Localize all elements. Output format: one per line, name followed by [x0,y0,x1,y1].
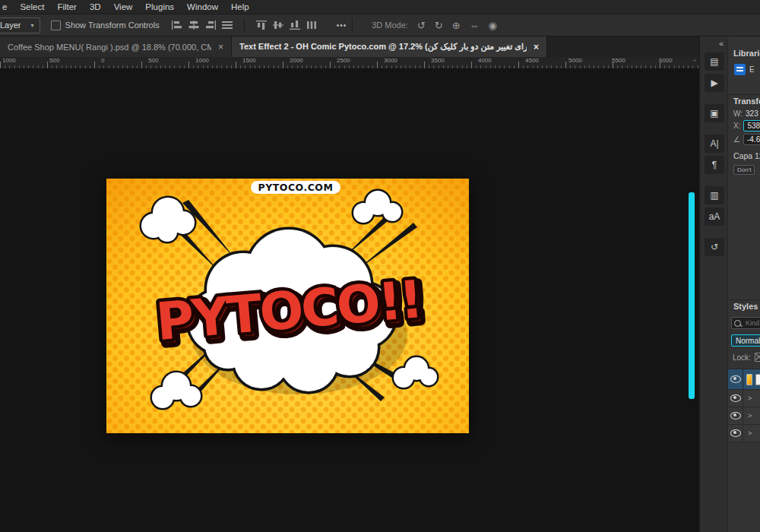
tab-coffee-shop-menu[interactable]: Coffee Shop MENU( Rangi ).psd @ 18.8% (7… [0,36,232,57]
canvas-area[interactable]: PYTOCO.COM PYTOCO!! PYTOCO!! [0,68,699,532]
document-tab-bar: Coffee Shop MENU( Rangi ).psd @ 18.8% (7… [0,36,699,57]
search-input[interactable] [744,318,760,328]
align-right-icon[interactable] [205,21,216,30]
eye-icon [730,412,741,420]
library-asset-icon [734,64,746,75]
close-icon[interactable]: × [218,42,223,52]
align-bottom-icon[interactable] [290,21,300,30]
eye-icon [730,429,741,437]
cyan-scrollbar[interactable] [689,192,695,399]
options-bar: Layer ▾ Show Transform Controls ••• 3D M… [0,14,760,36]
panel-icon-actions[interactable]: ▶ [705,74,724,92]
ruler-label: 2000 [290,57,303,64]
comic-artwork-image: PYTOCO.COM PYTOCO!! PYTOCO!! [106,179,469,433]
libraries-title[interactable]: Libraries [728,47,760,59]
ruler-label: 3500 [431,57,445,64]
layer-row-selected[interactable] [728,369,760,390]
visibility-toggle[interactable] [728,369,743,389]
ruler-label: 4000 [478,57,492,64]
visibility-toggle[interactable] [728,425,743,442]
docked-panel-column: Libraries E Transform W: 323 X: 538 ∠ -4… [727,36,760,532]
ruler-scroll-icon[interactable]: ^ [693,58,696,65]
tab-text-effect[interactable]: Text Effect 2 - OH Comic Pytoco.com @ 17… [232,36,547,57]
separator [244,18,245,32]
transform-title[interactable]: Transform [728,95,760,107]
menu-item-3d[interactable]: 3D [90,2,101,11]
ruler-label: 3000 [384,57,397,64]
angle-field[interactable]: -4.6 [743,134,760,145]
x-position-field[interactable]: 538 [743,120,760,131]
ruler-label: 5500 [612,57,625,64]
menu-item-cut[interactable]: e [2,2,7,11]
3d-drag-icon[interactable]: ⊕ [452,20,461,31]
document-artwork[interactable]: PYTOCO.COM PYTOCO!! PYTOCO!! [106,179,469,433]
panel-icon-properties[interactable]: ▣ [705,104,724,122]
layer-row[interactable]: > [728,425,760,442]
horizontal-ruler: 1000 500 0 500 1000 1500 2000 2500 3000 … [0,57,699,69]
group-chevron-icon[interactable]: > [748,412,752,420]
3d-roll-icon[interactable]: ↻ [435,20,443,31]
layer-row[interactable]: > [728,407,760,425]
eye-icon [730,394,741,402]
visibility-toggle[interactable] [728,390,743,407]
libraries-panel: Libraries E [728,47,760,75]
show-transform-checkbox[interactable] [51,21,61,30]
ruler-label: 500 [148,57,158,64]
menu-bar: e Select Filter 3D View Plugins Window H… [0,0,760,14]
transform-panel: Transform W: 323 X: 538 ∠ -4.6 Capa 12 D… [728,94,760,175]
align-center-h-icon[interactable] [188,21,199,30]
auto-select-dropdown[interactable]: Layer ▾ [0,17,40,33]
collapse-panels-icon[interactable]: « [719,39,724,48]
menu-item-filter[interactable]: Filter [57,2,77,11]
layer-thumbnail[interactable] [746,374,752,385]
styles-title[interactable]: Styles [728,300,760,312]
layer-mask-thumbnail[interactable] [755,374,760,385]
group-chevron-icon[interactable]: > [748,394,752,402]
more-options-icon[interactable]: ••• [337,21,347,30]
library-asset[interactable]: E [728,59,760,75]
site-text: PYTOCO.COM [258,182,334,193]
menu-item-window[interactable]: Window [187,2,218,11]
3d-rotate-icon[interactable]: ↺ [417,20,426,31]
menu-item-help[interactable]: Help [231,2,249,11]
layers-list: > > > [728,369,760,442]
close-icon[interactable]: × [534,42,539,52]
lock-row: Lock: [733,353,760,362]
panel-icon-history[interactable]: ↺ [705,238,724,256]
layer-row[interactable]: > [728,390,760,407]
panel-icon-adjustments[interactable]: ▤ [705,52,724,71]
distribute-v-icon[interactable] [306,21,317,30]
panel-icon-paragraph[interactable]: ¶ [705,156,724,174]
3d-mode-icons: ↺ ↻ ⊕ ⇔ ◉ [417,20,497,31]
right-dock: « ▤ ▶ ▣ A| ¶ ▥ aA ↺ Libraries E Transfor… [699,36,760,532]
align-left-icon[interactable] [172,21,182,30]
menu-item-select[interactable]: Select [20,2,44,11]
panel-icon-character[interactable]: A| [705,135,724,153]
selected-layer-name: Capa 12 [728,145,760,160]
ruler-label: 1500 [242,57,256,64]
dont-show-button[interactable]: Don't [733,165,755,175]
x-row: X: 538 [728,118,760,131]
lock-label: Lock: [733,353,751,362]
blend-mode-dropdown[interactable]: Normal [731,334,760,347]
lock-transparency-icon[interactable] [755,353,760,362]
3d-slide-icon[interactable]: ⇔ [470,20,480,31]
auto-select-value: Layer [0,21,21,30]
align-tools [172,18,317,32]
panel-icon-glyphs[interactable]: aA [705,207,724,226]
3d-scale-icon[interactable]: ◉ [489,20,497,31]
distribute-lines-icon[interactable] [222,21,233,30]
panel-icon-layer-comps[interactable]: ▥ [705,186,724,204]
chevron-down-icon: ▾ [31,22,34,29]
layer-filter-search[interactable] [731,317,760,329]
group-chevron-icon[interactable]: > [748,429,752,437]
menu-item-plugins[interactable]: Plugins [145,2,174,11]
align-center-v-icon[interactable] [273,21,283,30]
3d-mode-label: 3D Mode: [372,21,408,30]
visibility-toggle[interactable] [728,407,743,424]
ruler-label: 5000 [568,57,582,64]
align-top-icon[interactable] [256,21,267,30]
menu-item-view[interactable]: View [114,2,133,11]
width-value[interactable]: 323 [746,109,758,118]
angle-icon: ∠ [733,135,740,144]
